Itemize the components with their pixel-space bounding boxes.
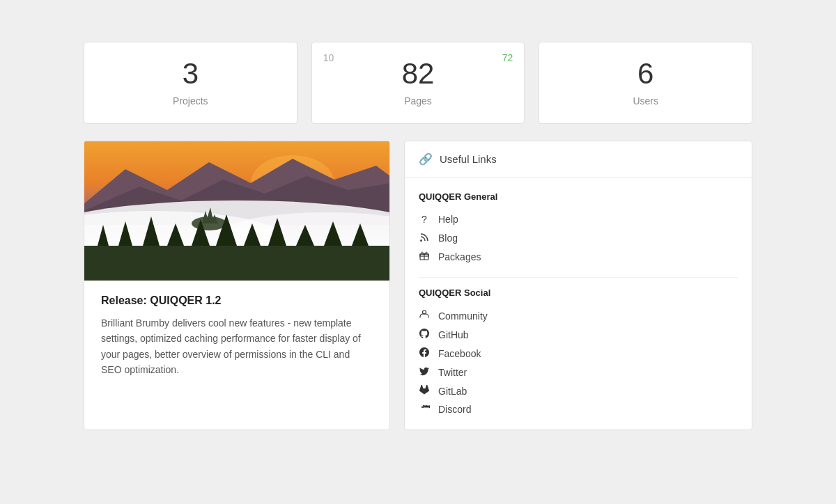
twitter-icon [419,366,430,378]
link-github[interactable]: GitHub [419,325,738,344]
link-packages-label: Packages [438,251,481,262]
link-gitlab-label: GitLab [438,386,467,397]
rss-icon [419,232,430,244]
pages-count: 82 [326,59,511,88]
projects-stat-card: 3 Projects [84,42,297,124]
link-header-icon: 🔗 [419,152,433,166]
link-discord-label: Discord [438,404,471,415]
users-count: 6 [553,59,738,88]
featured-description: Brilliant Brumby delivers cool new featu… [101,315,373,378]
pages-tertiary: 10 [323,52,334,63]
gitlab-icon [419,385,430,397]
stats-row: 3 Projects 10 72 82 Pages 6 Users [84,42,752,124]
github-icon [419,329,430,340]
featured-image [84,141,389,281]
featured-body: Release: QUIQQER 1.2 Brilliant Brumby de… [84,281,389,395]
links-header-title: Useful Links [440,153,497,165]
section-divider [419,277,738,278]
links-body: QUIQQER General ? Help Blog [405,178,752,430]
link-help-label: Help [438,214,458,225]
link-facebook-label: Facebook [438,348,481,359]
link-blog-label: Blog [438,233,458,244]
link-packages[interactable]: Packages [419,247,738,266]
link-community[interactable]: Community [419,306,738,325]
link-facebook[interactable]: Facebook [419,344,738,363]
main-content: Release: QUIQQER 1.2 Brilliant Brumby de… [84,141,752,430]
link-community-label: Community [438,310,488,322]
svg-point-28 [423,310,426,314]
link-blog[interactable]: Blog [419,228,738,247]
social-section-title: QUIQQER Social [419,288,738,298]
users-label: Users [553,95,738,107]
help-icon: ? [419,214,430,225]
link-github-label: GitHub [438,329,469,340]
facebook-icon [419,347,430,359]
community-icon [419,310,430,322]
link-help[interactable]: ? Help [419,210,738,228]
link-gitlab[interactable]: GitLab [419,381,738,400]
pages-label: Pages [326,95,511,107]
svg-rect-12 [84,246,389,281]
projects-label: Projects [98,95,283,107]
links-card: 🔗 Useful Links QUIQQER General ? Help Bl… [404,141,752,430]
link-discord[interactable]: Discord [419,400,738,418]
users-stat-card: 6 Users [539,42,752,124]
link-twitter[interactable]: Twitter [419,363,738,381]
projects-count: 3 [98,59,283,88]
discord-icon [419,404,430,415]
featured-title: Release: QUIQQER 1.2 [101,294,373,307]
gift-icon [419,251,430,262]
pages-secondary: 72 [502,52,513,63]
general-section-title: QUIQQER General [419,191,738,202]
pages-stat-card: 10 72 82 Pages [311,42,525,124]
svg-point-24 [420,239,422,242]
featured-card: Release: QUIQQER 1.2 Brilliant Brumby de… [84,141,390,430]
links-header: 🔗 Useful Links [405,141,752,178]
link-twitter-label: Twitter [438,367,467,378]
